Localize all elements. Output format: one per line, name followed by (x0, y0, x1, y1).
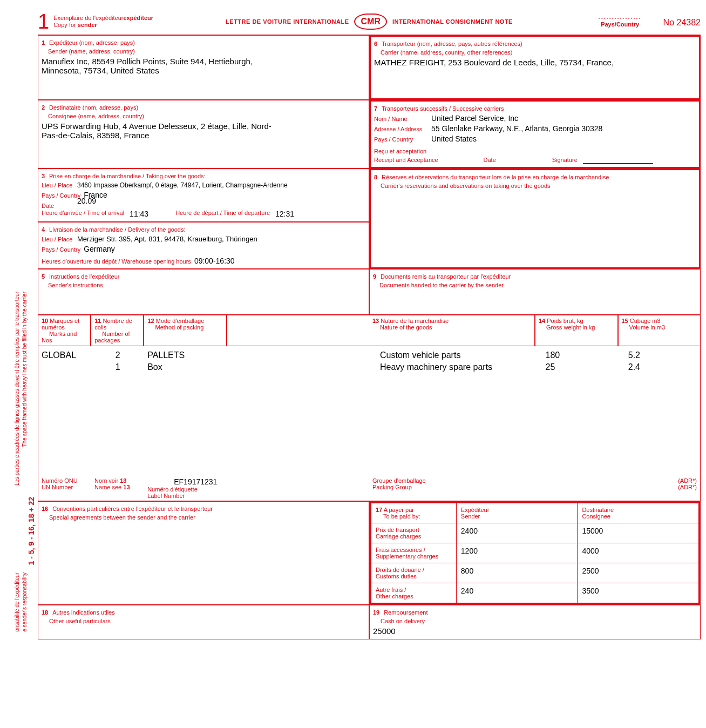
margin-left-line1: Les parties encadrées de lignes grasses … (14, 292, 21, 486)
payment-row: Droits de douane /Customs duties8002500 (371, 563, 699, 583)
margin-left-line2: The space framed with heavy lines must b… (22, 292, 28, 447)
succ-name: United Parcel Service, Inc (431, 114, 518, 123)
box-19-cod: 19 Remboursement Cash on delivery 25000 (369, 605, 701, 639)
succ-country: United States (431, 134, 477, 143)
top-center: LETTRE DE VOITURE INTERNATIONALE CMR INT… (226, 14, 513, 30)
page-no: No 24382 (663, 18, 701, 28)
box3-dep: 12:31 (275, 210, 294, 218)
sender-value: Manuflex Inc, 85549 Pollich Points, Suit… (42, 57, 268, 75)
box3-arr: 11:43 (130, 210, 148, 218)
col-left-34: 3 Prise en charge de la marchandise / Ta… (38, 168, 369, 269)
goods-row: 1BoxHeavy machinery spare parts252.4 (38, 361, 700, 373)
box-9-documents: 9 Documents remis au transporteur par l'… (369, 269, 701, 315)
margin-left-resp1: onsabilité de l'expéditeur (14, 572, 21, 632)
copy-labels: Exemplaire de l'expéditeurexpéditeur Cop… (53, 15, 153, 29)
succ-addr: 55 Glenlake Parkway, N.E., Atlanta, Geor… (431, 124, 602, 133)
etiquette-value: EF19171231 (147, 477, 223, 486)
goods-header-row: 10Marques et numérosMarks and Nos 11Nomb… (38, 315, 701, 346)
box3-place: 3460 Impasse Oberkampf, 0 étage, 74947, … (77, 181, 288, 189)
top-header: 1 Exemplaire de l'expéditeurexpéditeur C… (38, 11, 701, 32)
box-5-instructions: 5 Instructions de l'expéditeur Sender's … (38, 269, 369, 315)
goods-table: GLOBAL2PALLETSCustom vehicle parts1805.2… (38, 349, 700, 373)
margin-left-range: 1 - 5, 9 - 16, 18 + 22 (27, 497, 36, 565)
box-4-delivery: 4 Livraison de la marchandise / Delivery… (38, 222, 369, 269)
goods-body: GLOBAL2PALLETSCustom vehicle parts1805.2… (38, 346, 701, 476)
box-1-sender: 1 Expéditeur (nom, adresse, pays) Sender… (38, 35, 369, 100)
box-8-reservations: 8 Réserves et observations du transporte… (369, 168, 701, 269)
row-16-17: 16 Conventions particulières entre l'exp… (38, 501, 701, 605)
consignee-value: UPS Forwarding Hub, 4 Avenue Delesseux, … (42, 122, 279, 140)
box-7-successive: 7 Transporteurs successifs / Successive … (369, 100, 701, 168)
cod-value: 25000 (373, 626, 697, 636)
cmr-badge: CMR (355, 14, 387, 30)
intl-label: INTERNATIONAL CONSIGNMENT NOTE (392, 18, 513, 25)
carrier-value: MATHEZ FREIGHT, 253 Boulevard de Leeds, … (374, 58, 696, 67)
exp-fr: Exemplaire de l'expéditeur (53, 15, 123, 21)
box-16-agreements: 16 Conventions particulières entre l'exp… (38, 501, 369, 605)
goods-footer: Numéro ONUUN Number Nom voir 13Name see … (38, 476, 701, 501)
box-3-taking-over: 3 Prise en charge de la marchandise / Ta… (38, 168, 369, 222)
main-grid: 1 Expéditeur (nom, adresse, pays) Sender… (38, 35, 701, 315)
letter-label: LETTRE DE VOITURE INTERNATIONALE (226, 18, 349, 25)
copy-number: 1 (38, 11, 49, 32)
margin-left-resp2: e sender's responsability (22, 572, 28, 632)
box4-hours: 09:00-16:30 (194, 257, 235, 265)
box3-date: 20.09 (77, 197, 96, 205)
exp-en: Copy for (53, 22, 78, 28)
pays-dots: ---------------- (599, 16, 642, 21)
goods-row: GLOBAL2PALLETSCustom vehicle parts1805.2 (38, 349, 700, 361)
top-right: ---------------- Pays/Country No 24382 (599, 16, 701, 28)
pays-label: Pays/Country (599, 21, 642, 28)
payment-row: Frais accessoires /Supplementary charges… (371, 543, 699, 563)
box4-place: Merziger Str. 395, Apt. 831, 94478, Krau… (77, 235, 257, 243)
payment-row: Prix de transportCarriage charges2400150… (371, 523, 699, 543)
box-18-other: 18 Autres indications utiles Other usefu… (38, 605, 369, 639)
payment-row: Autre frais /Other charges2403500 (371, 583, 699, 603)
box-17-payment: 17 A payer parTo be paid by: ExpéditeurS… (369, 501, 701, 605)
row-18-19: 18 Autres indications utiles Other usefu… (38, 605, 701, 639)
box-2-consignee: 2 Destinataire (nom, adresse, pays) Cons… (38, 100, 369, 168)
box-6-carrier: 6 Transporteur (nom, adresse, pays, autr… (369, 35, 701, 100)
signature-line[interactable] (583, 163, 653, 164)
cmr-document: Les parties encadrées de lignes grasses … (38, 11, 701, 639)
box4-country: Germany (84, 245, 115, 253)
